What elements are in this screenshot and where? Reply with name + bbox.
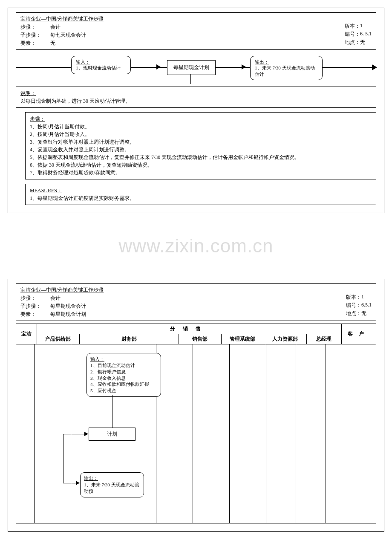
explain-section: 说明： 以每日现金制为基础，进行 30 天滚动估计管理。 [16, 87, 376, 108]
header-block-2: 宝洁企业—中国/分销商关键工作步骤 步骤：会计 子步骤：每星期现金会计 要素：每… [16, 283, 376, 321]
step-item: 3、复查银行对帐单并对照上周计划进行调整。 [30, 138, 372, 146]
output-box: 输出： 1、未来 7/30 天现金流动滚动估计 [250, 56, 323, 80]
version-value-2: 1 [361, 294, 364, 301]
loc-value: 无 [360, 39, 365, 46]
output-box-2: 输出： 1、未来 7/30 天现金流动滚动预 [80, 472, 144, 497]
input-item: 4、应收帐款和应付帐款汇报 [90, 382, 149, 387]
input-box: 输入： 1、现时现金流动估计 [71, 56, 131, 74]
doc-title: 宝洁企业—中国/分销商关键工作步骤 [20, 15, 104, 23]
step-item: 4、复查现金收入并对照上周计划进行调整。 [30, 146, 372, 153]
arrow-icon [372, 64, 377, 70]
element-value: 无 [50, 40, 55, 47]
measures-title: MEASURES： [30, 188, 62, 194]
explain-title: 说明： [20, 90, 36, 96]
arrow-icon [76, 481, 80, 485]
step-item: 7、取得财务经理对短期贷款/存款同意。 [30, 169, 372, 176]
steps-title: 步骤： [30, 116, 45, 122]
output-label: 输出： [255, 59, 269, 64]
step-item: 5、依据调整表和周度现金流动估计，复查并修正未来 7/30 天现金流动滚动估计，… [30, 153, 372, 161]
step-label-2: 步骤： [20, 295, 50, 302]
loc-value-2: 无 [361, 310, 366, 317]
page-2: 宝洁企业—中国/分销商关键工作步骤 步骤：会计 子步骤：每星期现金会计 要素：每… [8, 279, 384, 532]
dept-col: 销售部 [179, 334, 221, 344]
input-label-2: 输入： [90, 356, 104, 361]
element-value-2: 每星期现金计划 [50, 311, 86, 318]
loc-label-2: 地点： [346, 310, 361, 317]
measures-section: MEASURES： 1、每星期现金估计正确度满足实际财务需求。 [25, 184, 376, 205]
input-item: 2、银行帐户信息 [90, 369, 126, 374]
output-item: 1、未来 7/30 天现金流动滚动预 [84, 482, 139, 494]
steps-section: 步骤： 1、按周/月估计当期付款。 2、按周/月估计当期收入。 3、复查银行对帐… [25, 112, 376, 179]
process-box-2: 计划 [89, 428, 135, 441]
substep-label-2: 子步骤： [20, 303, 50, 310]
dept-col: 管理系统部 [221, 334, 264, 344]
substep-label: 子步骤： [20, 32, 50, 39]
process-label-2: 计划 [107, 431, 117, 437]
version-value: 1 [360, 23, 363, 30]
doc-title-2: 宝洁企业—中国/分销商关键工作步骤 [20, 286, 104, 294]
dept-col: 总经理 [307, 334, 341, 344]
swimlane-body: 输入： 1、目前现金流动估计 2、银行帐户信息 3、现金收入信息 4、应收帐款和… [16, 344, 376, 523]
loc-label: 地点： [345, 39, 360, 46]
dept-group: 分销售 [37, 324, 341, 334]
input-item-1: 1、现时现金流动估计 [76, 65, 121, 70]
dept-col: 人力资源部 [264, 334, 306, 344]
code-value: 6. 5.1 [360, 31, 372, 38]
input-box-2: 输入： 1、目前现金流动估计 2、银行帐户信息 3、现金收入信息 4、应收帐款和… [86, 353, 161, 397]
process-box: 每星期现金计划 [167, 60, 216, 75]
measures-body: 1、每星期现金估计正确度满足实际财务需求。 [30, 195, 135, 201]
output-label-2: 输出： [84, 476, 98, 481]
input-label: 输入： [76, 59, 90, 64]
element-label: 要素： [20, 40, 50, 47]
version-label: 版本： [345, 23, 360, 30]
input-item: 5、应付税金 [90, 388, 116, 393]
substep-value: 每七天现金会计 [50, 32, 86, 39]
flow-row: 输入： 1、现时现金流动估计 每星期现金计划 输出： 1、未来 7/30 天现金… [16, 52, 376, 82]
step-label: 步骤： [20, 23, 50, 31]
step-item: 6、依据 30 天现金流动滚动估计，复查短期融资情况。 [30, 161, 372, 169]
header-block: 宝洁企业—中国/分销商关键工作步骤 步骤：会计 子步骤：每七天现金会计 要素：无… [16, 12, 376, 50]
step-value-2: 会计 [50, 295, 61, 302]
version-label-2: 版本： [346, 294, 361, 301]
step-item: 2、按周/月估计当期收入。 [30, 130, 372, 138]
arrow-icon [84, 432, 88, 436]
element-label-2: 要素： [20, 311, 50, 318]
output-item-1: 1、未来 7/30 天现金流动滚动估计 [255, 65, 315, 76]
dept-col: 产品供给部 [37, 334, 79, 344]
dept-col: 财务部 [79, 334, 179, 344]
process-label: 每星期现金计划 [173, 64, 209, 70]
dept-customer: 客户 [341, 324, 376, 344]
dept-baojie: 宝洁 [16, 324, 37, 344]
watermark-text: www.zixin.com.cn [0, 221, 392, 271]
explain-body: 以每日现金制为基础，进行 30 天滚动估计管理。 [20, 98, 130, 104]
step-value: 会计 [50, 23, 61, 31]
code-label-2: 编号： [346, 302, 361, 309]
code-value-2: 6.5.1 [361, 302, 372, 309]
input-item: 3、现金收入信息 [90, 376, 126, 381]
code-label: 编号： [345, 31, 360, 38]
substep-value-2: 每星期现金会计 [50, 303, 86, 310]
page-1: 宝洁企业—中国/分销商关键工作步骤 步骤：会计 子步骤：每七天现金会计 要素：无… [8, 8, 384, 213]
input-item: 1、目前现金流动估计 [90, 363, 135, 368]
dept-table: 宝洁 分销售 客户 产品供给部 财务部 销售部 管理系统部 人力资源部 总经理 [16, 324, 376, 344]
step-item: 1、按周/月估计当期付款。 [30, 123, 372, 130]
